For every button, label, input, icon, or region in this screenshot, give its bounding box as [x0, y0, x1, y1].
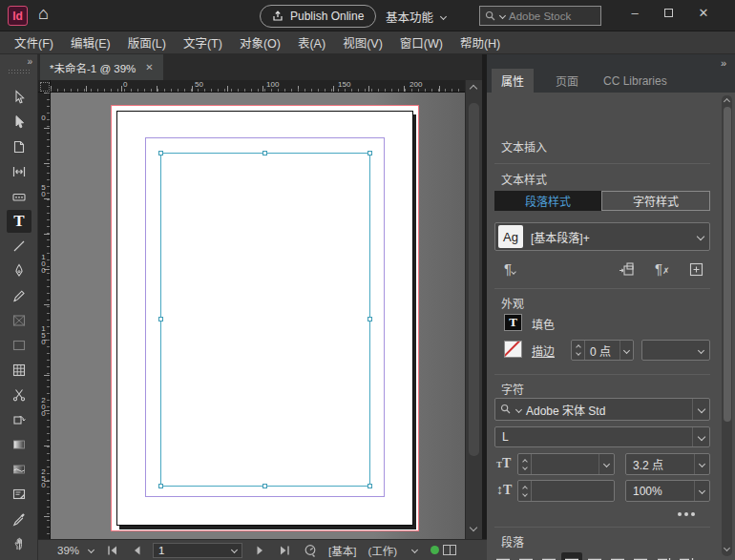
- pen-tool[interactable]: [7, 259, 32, 282]
- clear-overrides-icon[interactable]: ¶✗: [655, 260, 670, 277]
- preflight-state[interactable]: (工作): [368, 543, 397, 558]
- frame-handle[interactable]: [158, 151, 163, 156]
- font-size-stepper[interactable]: [517, 453, 615, 475]
- preflight-dropdown-icon[interactable]: [411, 547, 418, 553]
- scrollbar-thumb[interactable]: [469, 103, 479, 456]
- font-style-dropdown[interactable]: L: [494, 426, 710, 447]
- tools-collapse-icon[interactable]: »: [27, 56, 32, 67]
- leading-value-dropdown[interactable]: 100%: [625, 480, 710, 502]
- home-icon[interactable]: ⌂: [38, 4, 49, 24]
- gradient-feather-tool[interactable]: [7, 458, 32, 481]
- content-collector-tool[interactable]: [7, 185, 32, 208]
- stroke-label[interactable]: 描边: [532, 342, 555, 359]
- free-transform-tool[interactable]: [7, 408, 32, 431]
- vertical-ruler[interactable]: 0 50 100 150 200 250: [38, 93, 51, 539]
- page-tool[interactable]: [7, 135, 32, 158]
- workspace-switcher[interactable]: 基本功能: [386, 8, 446, 26]
- pencil-tool[interactable]: [7, 284, 32, 307]
- tab-properties[interactable]: 属性: [492, 69, 534, 93]
- type-tool[interactable]: T: [7, 210, 32, 233]
- tab-pages[interactable]: 页面: [546, 69, 588, 93]
- ruler-origin-corner[interactable]: [38, 80, 51, 93]
- character-more-options-button[interactable]: [678, 512, 682, 516]
- frame-handle[interactable]: [158, 484, 163, 488]
- preflight-gauge-icon[interactable]: [304, 544, 317, 557]
- character-styles-segment[interactable]: 字符样式: [601, 191, 710, 211]
- maximize-button[interactable]: [654, 0, 682, 25]
- next-page-button[interactable]: [256, 545, 264, 556]
- eyedropper-tool[interactable]: [7, 508, 32, 530]
- previous-page-button[interactable]: [133, 545, 141, 556]
- frame-handle[interactable]: [262, 484, 267, 488]
- align-toward-spine-button[interactable]: [653, 552, 674, 560]
- canvas-vertical-scrollbar[interactable]: [465, 80, 482, 539]
- minimize-button[interactable]: –: [620, 0, 649, 25]
- frame-handle[interactable]: [262, 151, 267, 156]
- justify-all-button[interactable]: [630, 552, 651, 560]
- stroke-weight-stepper[interactable]: 0 点: [571, 340, 634, 361]
- horizontal-ruler[interactable]: 0 50 100 150 200: [51, 80, 465, 93]
- scrollbar-thumb[interactable]: [724, 107, 731, 422]
- frame-handle[interactable]: [368, 484, 372, 488]
- page-dropdown-icon[interactable]: [231, 547, 238, 553]
- rectangle-tool[interactable]: [7, 334, 32, 357]
- close-tab-icon[interactable]: ✕: [145, 62, 153, 73]
- scissors-tool[interactable]: [7, 384, 32, 406]
- justify-last-center-button[interactable]: [584, 552, 605, 560]
- gradient-swatch-tool[interactable]: [7, 433, 32, 456]
- menu-window[interactable]: 窗口(W): [391, 33, 452, 52]
- frame-handle[interactable]: [368, 151, 372, 156]
- preflight-profile[interactable]: [基本]: [328, 543, 356, 558]
- page-number-input[interactable]: 1: [153, 543, 242, 558]
- tools-drag-handle[interactable]: [9, 70, 30, 74]
- line-tool[interactable]: [7, 235, 32, 258]
- document-tab[interactable]: *未命名-1 @ 39% ✕: [40, 54, 163, 80]
- frame-handle[interactable]: [158, 317, 163, 321]
- document-canvas[interactable]: [51, 93, 465, 539]
- horizontal-grid-tool[interactable]: [7, 359, 32, 382]
- align-left-button[interactable]: [493, 552, 514, 560]
- note-tool[interactable]: [7, 483, 32, 506]
- scroll-down-icon[interactable]: [723, 545, 729, 551]
- redefine-style-icon[interactable]: [619, 262, 635, 277]
- menu-file[interactable]: 文件(F): [6, 33, 62, 52]
- paragraph-mark-button[interactable]: ¶: [504, 260, 515, 277]
- scroll-down-icon[interactable]: [470, 524, 477, 531]
- menu-edit[interactable]: 编辑(E): [62, 33, 119, 52]
- create-style-icon[interactable]: [689, 262, 704, 277]
- align-center-button[interactable]: [515, 552, 536, 560]
- direct-selection-tool[interactable]: [7, 111, 32, 134]
- paragraph-styles-segment[interactable]: 段落样式: [494, 191, 601, 211]
- menu-table[interactable]: 表(A): [289, 33, 334, 52]
- adobe-stock-search-input[interactable]: Adobe Stock: [479, 6, 601, 26]
- tab-cc-libraries[interactable]: CC Libraries: [594, 69, 677, 93]
- font-size-value-dropdown[interactable]: 3.2 点: [625, 453, 710, 475]
- first-page-button[interactable]: [107, 545, 119, 556]
- fill-color-swatch[interactable]: T: [504, 314, 522, 331]
- zoom-level-dropdown-icon[interactable]: [88, 547, 94, 553]
- scroll-up-icon[interactable]: [470, 85, 477, 93]
- justify-last-right-button[interactable]: [607, 552, 628, 560]
- stroke-type-dropdown[interactable]: [641, 340, 710, 361]
- gap-tool[interactable]: [7, 160, 32, 183]
- leading-stepper[interactable]: [517, 480, 615, 502]
- text-frame[interactable]: [160, 153, 370, 487]
- menu-type[interactable]: 文字(T): [175, 33, 231, 52]
- menu-object[interactable]: 对象(O): [231, 33, 289, 52]
- zoom-level-value[interactable]: 39%: [57, 545, 79, 556]
- panel-scrollbar[interactable]: [722, 95, 732, 556]
- justify-last-left-button[interactable]: [561, 552, 582, 560]
- close-button[interactable]: ✕: [689, 0, 718, 25]
- publish-online-button[interactable]: Publish Online: [260, 5, 376, 28]
- selection-tool[interactable]: [7, 86, 32, 109]
- paragraph-style-dropdown[interactable]: Ag [基本段落]+: [494, 222, 710, 251]
- menu-view[interactable]: 视图(V): [334, 33, 391, 52]
- last-page-button[interactable]: [278, 545, 290, 556]
- frame-handle[interactable]: [368, 317, 372, 321]
- panel-collapse-icon[interactable]: »: [721, 57, 725, 69]
- scroll-up-icon[interactable]: [723, 98, 729, 105]
- menu-help[interactable]: 帮助(H): [452, 33, 509, 52]
- align-away-from-spine-button[interactable]: [676, 552, 697, 560]
- rectangle-frame-tool[interactable]: [7, 309, 32, 332]
- font-family-dropdown[interactable]: Adobe 宋体 Std: [494, 398, 710, 421]
